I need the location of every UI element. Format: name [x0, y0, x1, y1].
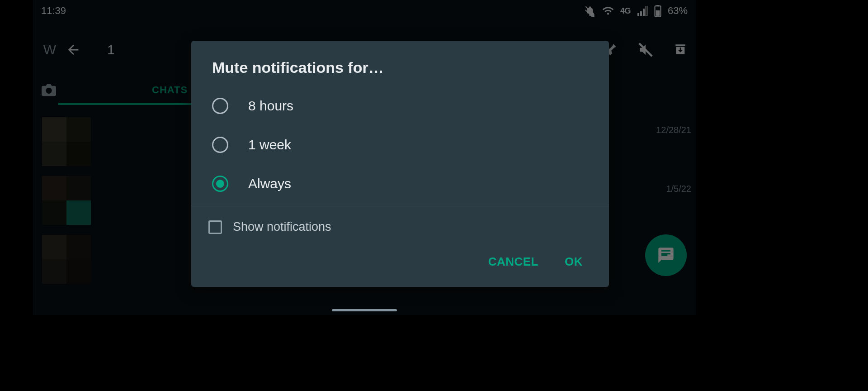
- checkbox-icon: [208, 220, 222, 234]
- option-label: 8 hours: [248, 98, 293, 114]
- ok-button[interactable]: OK: [565, 255, 583, 269]
- dialog-actions: CANCEL OK: [191, 238, 609, 278]
- phone-screen: 11:39 4G 63% W 1 CHATS STATUS CALLS: [33, 0, 696, 315]
- radio-icon: [212, 176, 228, 192]
- nav-handle[interactable]: [332, 309, 397, 311]
- mute-option-8hours[interactable]: 8 hours: [191, 86, 609, 125]
- show-notifications-row[interactable]: Show notifications: [191, 206, 609, 238]
- mute-dialog: Mute notifications for… 8 hours 1 week A…: [191, 41, 609, 287]
- mute-option-1week[interactable]: 1 week: [191, 125, 609, 164]
- option-label: Always: [248, 176, 291, 191]
- dialog-title: Mute notifications for…: [191, 59, 609, 86]
- mute-option-always[interactable]: Always: [191, 164, 609, 203]
- option-label: 1 week: [248, 137, 291, 153]
- radio-icon: [212, 98, 228, 114]
- show-notifications-label: Show notifications: [233, 220, 331, 234]
- cancel-button[interactable]: CANCEL: [488, 255, 538, 269]
- radio-icon: [212, 137, 228, 153]
